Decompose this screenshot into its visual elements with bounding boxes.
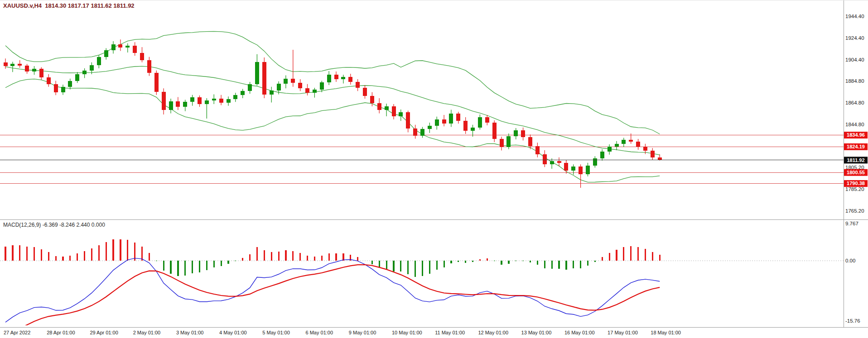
macd-histogram-bar xyxy=(386,261,387,269)
macd-histogram-bar xyxy=(357,257,358,261)
macd-histogram-bar xyxy=(149,253,150,261)
macd-histogram-bar xyxy=(659,255,661,261)
candle-body xyxy=(255,62,259,84)
candle-body xyxy=(557,161,561,163)
price-tags: 1834.961824.191811.921800.551790.38 xyxy=(844,132,868,187)
macd-histogram-bar xyxy=(235,261,236,261)
candle-body xyxy=(176,101,180,107)
candle-body xyxy=(270,90,274,94)
macd-histogram-bar xyxy=(292,251,294,261)
candle-body xyxy=(658,157,662,160)
candle-body xyxy=(442,119,446,124)
candle-body xyxy=(600,152,604,159)
candle-body xyxy=(32,69,36,71)
candle-body xyxy=(636,142,640,147)
candle-body xyxy=(478,117,482,128)
price-tag-text: 1800.55 xyxy=(847,170,865,175)
date-label: 27 Apr 2022 xyxy=(4,330,30,335)
chart-canvas[interactable]: 1944.401924.401904.401884.801864.801844.… xyxy=(0,0,868,338)
candle-body xyxy=(571,167,575,170)
macd-histogram-bar xyxy=(192,261,193,273)
macd-histogram-bar xyxy=(479,259,481,261)
candle-body xyxy=(82,71,87,74)
candle-body xyxy=(54,84,58,92)
date-label: 3 May 01:00 xyxy=(176,330,204,335)
macd-histogram-bar xyxy=(278,252,280,261)
candle-body xyxy=(39,69,43,77)
bollinger-middle-band xyxy=(5,66,660,155)
macd-histogram-bar xyxy=(573,261,574,268)
candle-body xyxy=(413,129,417,136)
macd-line xyxy=(5,258,660,323)
candle-body xyxy=(535,146,540,154)
macd-histogram-bar xyxy=(458,261,459,262)
macd-histogram-bar xyxy=(652,252,653,261)
macd-histogram-bar xyxy=(91,248,92,261)
price-axis-label: 1844.80 xyxy=(845,122,864,127)
bollinger-lower-band xyxy=(5,79,660,182)
candle-body xyxy=(392,106,396,116)
candle-body xyxy=(543,154,547,165)
candle-body xyxy=(25,66,29,71)
date-label: 17 May 01:00 xyxy=(608,330,638,335)
macd-histogram-bar xyxy=(422,261,423,276)
macd-histogram-bar xyxy=(271,252,272,261)
horizontal-levels xyxy=(0,135,844,184)
candle-body xyxy=(341,77,345,79)
candle-body xyxy=(111,44,116,50)
macd-histogram-bar xyxy=(307,256,308,261)
candle-body xyxy=(399,112,403,116)
candle-body xyxy=(241,91,245,95)
candle-body xyxy=(463,121,468,131)
candle-body xyxy=(97,57,101,65)
macd-histogram-bar xyxy=(227,261,229,264)
candle-body xyxy=(564,163,568,171)
macd-histogram-bar xyxy=(594,261,596,262)
price-tag-text: 1811.92 xyxy=(847,157,864,163)
macd-histogram-bar xyxy=(84,251,85,261)
candle-body xyxy=(133,46,137,53)
macd-histogram-bar xyxy=(609,253,610,261)
candle-body xyxy=(579,167,583,174)
candle-body xyxy=(356,82,360,88)
candle-body xyxy=(313,90,317,93)
macd-histogram-bar xyxy=(98,245,100,261)
trading-chart-window: XAUUSD.v,H4 1814.30 1817.17 1811.62 1811… xyxy=(0,0,868,338)
macd-histogram-bar xyxy=(429,261,430,273)
macd-histogram-bar xyxy=(199,261,200,272)
macd-histogram-bar xyxy=(623,247,624,261)
macd-histogram-bar xyxy=(127,240,128,261)
price-axis-label: 1864.80 xyxy=(845,100,864,105)
macd-histogram-bar xyxy=(371,261,373,264)
macd-histogram-bar xyxy=(321,256,323,261)
macd-signal-line xyxy=(5,265,660,336)
candle-body xyxy=(377,103,381,110)
macd-histogram-bar xyxy=(5,247,6,261)
candle-body xyxy=(593,158,597,166)
candle-body xyxy=(550,161,554,164)
candle-body xyxy=(492,123,497,139)
macd-histogram-bar xyxy=(544,261,545,268)
macd-axis[interactable]: 9.7670.00-15.76 xyxy=(845,221,860,324)
candle-body xyxy=(154,73,159,92)
macd-histogram-bar xyxy=(444,261,445,267)
macd-histogram-bar xyxy=(55,256,57,261)
date-axis[interactable]: 27 Apr 202228 Apr 01:0029 Apr 01:002 May… xyxy=(4,330,681,335)
macd-histogram-bar xyxy=(112,239,114,261)
macd-histogram-bar xyxy=(106,242,107,261)
candle-body xyxy=(125,46,130,48)
candle-body xyxy=(643,147,647,151)
macd-histogram-bar xyxy=(264,250,265,261)
macd-histogram-bar xyxy=(299,253,301,261)
candle-body xyxy=(277,84,281,91)
candle-body xyxy=(298,83,302,88)
macd-histogram-bar xyxy=(12,245,13,261)
candle-body xyxy=(485,117,489,123)
candle-body xyxy=(90,65,94,71)
candle-body xyxy=(471,128,475,131)
candle-body xyxy=(68,81,72,87)
price-axis-label: 1765.20 xyxy=(845,208,864,214)
candle-body xyxy=(406,112,410,129)
macd-histogram-bar xyxy=(328,253,330,261)
candle-body xyxy=(521,130,525,138)
